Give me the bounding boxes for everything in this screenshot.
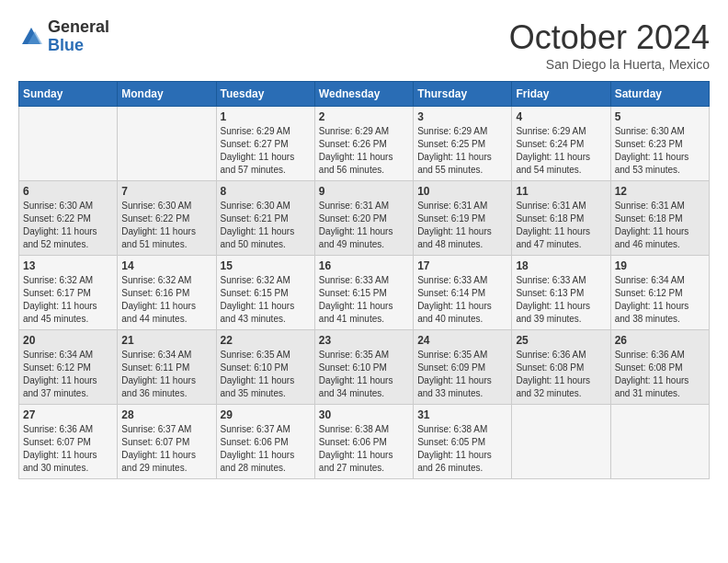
day-info: Sunrise: 6:33 AM Sunset: 6:13 PM Dayligh…: [516, 274, 606, 326]
calendar-cell: 14Sunrise: 6:32 AM Sunset: 6:16 PM Dayli…: [118, 256, 216, 330]
day-info: Sunrise: 6:29 AM Sunset: 6:24 PM Dayligh…: [516, 125, 606, 177]
calendar-cell: 17Sunrise: 6:33 AM Sunset: 6:14 PM Dayli…: [414, 256, 512, 330]
day-info: Sunrise: 6:31 AM Sunset: 6:18 PM Dayligh…: [615, 200, 705, 251]
calendar-cell: 28Sunrise: 6:37 AM Sunset: 6:07 PM Dayli…: [118, 405, 216, 479]
calendar-week-3: 13Sunrise: 6:32 AM Sunset: 6:17 PM Dayli…: [19, 256, 710, 330]
calendar-cell: 1Sunrise: 6:29 AM Sunset: 6:27 PM Daylig…: [216, 107, 314, 181]
day-number: 7: [121, 185, 211, 198]
day-info: Sunrise: 6:30 AM Sunset: 6:22 PM Dayligh…: [121, 200, 211, 251]
day-number: 20: [23, 334, 113, 347]
calendar-cell: 16Sunrise: 6:33 AM Sunset: 6:15 PM Dayli…: [314, 256, 413, 330]
day-number: 14: [121, 259, 211, 272]
day-info: Sunrise: 6:38 AM Sunset: 6:05 PM Dayligh…: [417, 423, 507, 475]
calendar-cell: 12Sunrise: 6:31 AM Sunset: 6:18 PM Dayli…: [610, 181, 709, 256]
calendar-cell: 23Sunrise: 6:35 AM Sunset: 6:10 PM Dayli…: [314, 330, 413, 405]
day-number: 13: [23, 259, 113, 272]
day-number: 16: [319, 259, 409, 272]
day-number: 24: [417, 334, 507, 347]
calendar-cell: 31Sunrise: 6:38 AM Sunset: 6:05 PM Dayli…: [414, 405, 512, 479]
day-number: 11: [516, 185, 606, 198]
day-number: 29: [221, 408, 311, 421]
header-day-thursday: Thursday: [414, 82, 512, 107]
day-number: 26: [615, 334, 705, 347]
calendar-table: SundayMondayTuesdayWednesdayThursdayFrid…: [18, 81, 710, 479]
logo-text: General Blue: [48, 18, 109, 55]
day-info: Sunrise: 6:31 AM Sunset: 6:20 PM Dayligh…: [319, 200, 409, 251]
calendar-cell: 6Sunrise: 6:30 AM Sunset: 6:22 PM Daylig…: [19, 181, 118, 256]
calendar-week-5: 27Sunrise: 6:36 AM Sunset: 6:07 PM Dayli…: [19, 405, 710, 479]
day-info: Sunrise: 6:35 AM Sunset: 6:09 PM Dayligh…: [417, 349, 507, 400]
calendar-cell: 3Sunrise: 6:29 AM Sunset: 6:25 PM Daylig…: [414, 107, 512, 181]
calendar-cell: 11Sunrise: 6:31 AM Sunset: 6:18 PM Dayli…: [512, 181, 610, 256]
calendar-cell: 18Sunrise: 6:33 AM Sunset: 6:13 PM Dayli…: [512, 256, 610, 330]
calendar-cell: 29Sunrise: 6:37 AM Sunset: 6:06 PM Dayli…: [216, 405, 314, 479]
calendar-cell: [610, 405, 709, 479]
day-info: Sunrise: 6:31 AM Sunset: 6:19 PM Dayligh…: [417, 200, 507, 251]
calendar-cell: 27Sunrise: 6:36 AM Sunset: 6:07 PM Dayli…: [19, 405, 118, 479]
day-number: 30: [319, 408, 409, 421]
calendar-week-4: 20Sunrise: 6:34 AM Sunset: 6:12 PM Dayli…: [19, 330, 710, 405]
calendar-cell: 30Sunrise: 6:38 AM Sunset: 6:06 PM Dayli…: [314, 405, 413, 479]
header-row: SundayMondayTuesdayWednesdayThursdayFrid…: [19, 82, 710, 107]
header-day-friday: Friday: [512, 82, 610, 107]
month-title: October 2024: [509, 18, 710, 57]
day-number: 1: [221, 110, 311, 123]
calendar-cell: 26Sunrise: 6:36 AM Sunset: 6:08 PM Dayli…: [610, 330, 709, 405]
calendar-cell: [118, 107, 216, 181]
day-number: 27: [23, 408, 113, 421]
calendar-cell: [19, 107, 118, 181]
day-info: Sunrise: 6:29 AM Sunset: 6:27 PM Dayligh…: [221, 125, 311, 177]
day-info: Sunrise: 6:30 AM Sunset: 6:22 PM Dayligh…: [23, 200, 113, 251]
header-day-saturday: Saturday: [610, 82, 709, 107]
header-day-wednesday: Wednesday: [314, 82, 413, 107]
day-number: 10: [417, 185, 507, 198]
calendar-cell: 19Sunrise: 6:34 AM Sunset: 6:12 PM Dayli…: [610, 256, 709, 330]
calendar-cell: 8Sunrise: 6:30 AM Sunset: 6:21 PM Daylig…: [216, 181, 314, 256]
day-info: Sunrise: 6:33 AM Sunset: 6:14 PM Dayligh…: [417, 274, 507, 326]
day-number: 22: [221, 334, 311, 347]
day-info: Sunrise: 6:34 AM Sunset: 6:12 PM Dayligh…: [23, 349, 113, 400]
day-number: 6: [23, 185, 113, 198]
day-info: Sunrise: 6:29 AM Sunset: 6:25 PM Dayligh…: [417, 125, 507, 177]
logo-blue: Blue: [48, 37, 109, 55]
day-number: 23: [319, 334, 409, 347]
day-info: Sunrise: 6:38 AM Sunset: 6:06 PM Dayligh…: [319, 423, 409, 475]
title-area: October 2024 San Diego la Huerta, Mexico: [509, 18, 710, 72]
calendar-cell: 2Sunrise: 6:29 AM Sunset: 6:26 PM Daylig…: [314, 107, 413, 181]
day-number: 12: [615, 185, 705, 198]
day-info: Sunrise: 6:35 AM Sunset: 6:10 PM Dayligh…: [221, 349, 311, 400]
calendar-cell: 9Sunrise: 6:31 AM Sunset: 6:20 PM Daylig…: [314, 181, 413, 256]
header-day-tuesday: Tuesday: [216, 82, 314, 107]
day-number: 19: [615, 259, 705, 272]
logo-general: General: [48, 18, 109, 37]
day-number: 17: [417, 259, 507, 272]
day-info: Sunrise: 6:36 AM Sunset: 6:08 PM Dayligh…: [615, 349, 705, 400]
calendar-body: 1Sunrise: 6:29 AM Sunset: 6:27 PM Daylig…: [19, 107, 710, 479]
day-number: 31: [417, 408, 507, 421]
day-info: Sunrise: 6:32 AM Sunset: 6:16 PM Dayligh…: [121, 274, 211, 326]
day-info: Sunrise: 6:36 AM Sunset: 6:07 PM Dayligh…: [23, 423, 113, 475]
day-number: 25: [516, 334, 606, 347]
day-info: Sunrise: 6:32 AM Sunset: 6:17 PM Dayligh…: [23, 274, 113, 326]
day-number: 21: [121, 334, 211, 347]
day-number: 9: [319, 185, 409, 198]
day-number: 2: [319, 110, 409, 123]
day-info: Sunrise: 6:32 AM Sunset: 6:15 PM Dayligh…: [221, 274, 311, 326]
day-number: 18: [516, 259, 606, 272]
calendar-cell: 22Sunrise: 6:35 AM Sunset: 6:10 PM Dayli…: [216, 330, 314, 405]
day-info: Sunrise: 6:34 AM Sunset: 6:11 PM Dayligh…: [121, 349, 211, 400]
day-info: Sunrise: 6:37 AM Sunset: 6:07 PM Dayligh…: [121, 423, 211, 475]
calendar-cell: 24Sunrise: 6:35 AM Sunset: 6:09 PM Dayli…: [414, 330, 512, 405]
calendar-cell: [512, 405, 610, 479]
calendar-week-2: 6Sunrise: 6:30 AM Sunset: 6:22 PM Daylig…: [19, 181, 710, 256]
calendar-header: SundayMondayTuesdayWednesdayThursdayFrid…: [19, 82, 710, 107]
day-info: Sunrise: 6:30 AM Sunset: 6:21 PM Dayligh…: [221, 200, 311, 251]
day-info: Sunrise: 6:36 AM Sunset: 6:08 PM Dayligh…: [516, 349, 606, 400]
location: San Diego la Huerta, Mexico: [509, 57, 710, 72]
day-number: 4: [516, 110, 606, 123]
day-info: Sunrise: 6:30 AM Sunset: 6:23 PM Dayligh…: [615, 125, 705, 177]
day-info: Sunrise: 6:29 AM Sunset: 6:26 PM Dayligh…: [319, 125, 409, 177]
calendar-cell: 13Sunrise: 6:32 AM Sunset: 6:17 PM Dayli…: [19, 256, 118, 330]
logo: General Blue: [18, 18, 109, 55]
day-number: 5: [615, 110, 705, 123]
